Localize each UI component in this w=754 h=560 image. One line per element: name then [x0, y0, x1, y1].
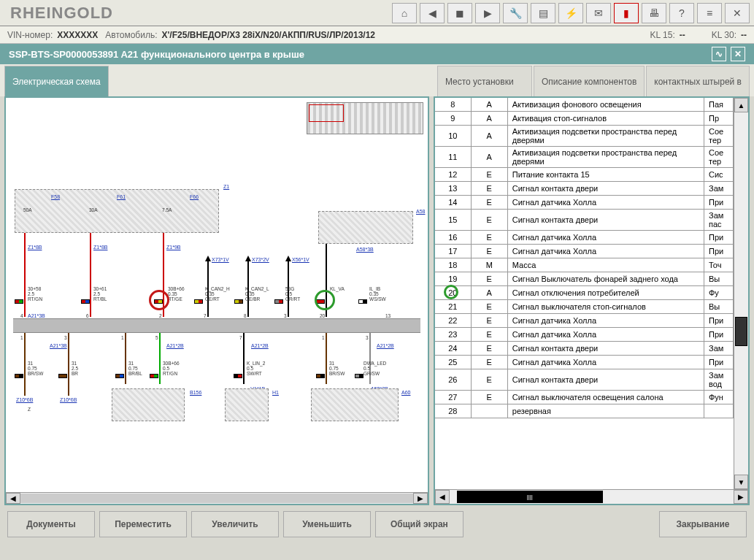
- wire-label: 30+582.5RT/GN: [28, 286, 42, 302]
- table-row[interactable]: 21EСигнал выключателя стоп-сигналовВы: [435, 300, 734, 314]
- table-row[interactable]: 18MМассаТоч: [435, 258, 734, 272]
- table-row[interactable]: 22EСигнал датчика ХоллаПри: [435, 314, 734, 328]
- table-row[interactable]: 12EПитание контакта 15Сис: [435, 168, 734, 182]
- docs-button[interactable]: Документы: [7, 511, 95, 537]
- wire-color-chip: [150, 374, 158, 378]
- pin-description: Сигнал контакта двери: [508, 342, 704, 355]
- tab-schematic[interactable]: Электрическая схема: [4, 66, 109, 96]
- conn-link[interactable]: B156: [190, 390, 201, 395]
- close-app-icon[interactable]: ✕: [725, 3, 750, 23]
- scroll-thumb[interactable]: [735, 317, 747, 346]
- table-row[interactable]: 9AАктивация стоп-сигналовПр: [435, 112, 734, 126]
- schematic-viewer[interactable]: Z1 F58 F61 F66 50A 30A 7.5A A58 A58*3B Z…: [4, 96, 429, 505]
- conn-link[interactable]: Z1*8B: [93, 245, 107, 250]
- mail-icon[interactable]: ✉: [586, 3, 611, 23]
- scroll-up-icon[interactable]: ▲: [734, 98, 748, 112]
- conn-link[interactable]: H1: [272, 390, 279, 395]
- scroll-left-icon[interactable]: ◀: [435, 490, 450, 504]
- table-row[interactable]: 11AАктивизация подсветки пространства пе…: [435, 147, 734, 168]
- hscroll-track[interactable]: ||||: [450, 490, 734, 504]
- pin-description: Сигнал Выключатель фонарей заднего хода: [508, 272, 704, 285]
- table-row[interactable]: 10AАктивизация подсветки пространства пе…: [435, 126, 734, 147]
- scroll-right-icon[interactable]: ▶: [734, 490, 748, 504]
- conn-link[interactable]: A21*3B: [28, 313, 45, 318]
- table-row[interactable]: 16EСигнал датчика ХоллаПри: [435, 231, 734, 245]
- link-a58-conn[interactable]: A58*3B: [356, 247, 374, 252]
- link-z1[interactable]: Z1: [223, 184, 229, 189]
- fuse-link[interactable]: F66: [190, 194, 199, 199]
- pin-type: [472, 404, 508, 418]
- conn-link[interactable]: A21*3B: [50, 343, 67, 348]
- conn-link[interactable]: X73*1V: [212, 257, 229, 262]
- wrench-icon[interactable]: 🔧: [503, 3, 528, 23]
- table-row[interactable]: 14EСигнал датчика ХоллаПри: [435, 196, 734, 210]
- conn-link[interactable]: X73*2V: [252, 257, 269, 262]
- diag-scroll-track[interactable]: [20, 493, 413, 504]
- table-row[interactable]: 28резервная: [435, 404, 734, 418]
- pin-table[interactable]: 8AАктивизация фонового освещенияПая9AАкт…: [435, 98, 734, 489]
- zoom-out-button[interactable]: Уменьшить: [283, 511, 371, 537]
- modules-icon[interactable]: ▤: [531, 3, 555, 23]
- plug-icon[interactable]: ⚡: [558, 3, 583, 23]
- minimap-viewport[interactable]: [309, 104, 344, 122]
- help-icon[interactable]: ?: [669, 3, 694, 23]
- conn-link[interactable]: Z1*8B: [28, 245, 42, 250]
- close-button[interactable]: Закрывание: [659, 511, 747, 537]
- minimap[interactable]: [307, 102, 423, 134]
- conn-link[interactable]: Z1*9B: [166, 245, 180, 250]
- pin-number: 15: [435, 210, 472, 230]
- wire-label: 310.75BR/SW: [329, 361, 345, 376]
- table-row[interactable]: 25EСигнал датчика ХоллаПри: [435, 356, 734, 369]
- table-row[interactable]: 23EСигнал датчика ХоллаПри: [435, 328, 734, 342]
- diag-scroll-thumb[interactable]: [20, 494, 413, 503]
- home-icon[interactable]: ⌂: [392, 3, 417, 23]
- pin-extra: Зам: [704, 342, 734, 355]
- print-icon[interactable]: 🖶: [642, 3, 666, 23]
- link-a58[interactable]: A58: [416, 209, 425, 214]
- conn-link[interactable]: X56*1V: [292, 257, 309, 262]
- settings-icon[interactable]: ≡: [697, 3, 722, 23]
- pin-description: Сигнал датчика Холла: [508, 196, 704, 209]
- wire-label: 312.5BR: [72, 361, 78, 376]
- battery-icon[interactable]: ▮: [614, 3, 639, 23]
- conn-link[interactable]: Z10*6B: [60, 397, 77, 402]
- scroll-down-icon[interactable]: ▼: [734, 475, 748, 489]
- full-screen-button[interactable]: Общий экран: [375, 511, 463, 537]
- scroll-track[interactable]: [734, 112, 748, 475]
- nav-fwd-icon[interactable]: ▶: [475, 3, 500, 23]
- conn-link[interactable]: A21*2B: [166, 343, 184, 348]
- nav-back-icon[interactable]: ◀: [420, 3, 445, 23]
- oscilloscope-icon[interactable]: ∿: [712, 47, 726, 61]
- table-row[interactable]: 15EСигнал контакта двериЗам пас: [435, 210, 734, 231]
- pin-description: Сигнал датчика Холла: [508, 356, 704, 369]
- diag-scroll-left[interactable]: ◀: [6, 493, 20, 504]
- conn-link[interactable]: A21*2B: [377, 343, 394, 348]
- zoom-in-button[interactable]: Увеличить: [191, 511, 279, 537]
- table-row[interactable]: 19EСигнал Выключатель фонарей заднего хо…: [435, 272, 734, 286]
- table-row[interactable]: 24EСигнал контакта двериЗам: [435, 342, 734, 356]
- table-row[interactable]: 17EСигнал датчика ХоллаПри: [435, 245, 734, 258]
- conn-link[interactable]: Z10*6B: [16, 397, 33, 402]
- close-page-icon[interactable]: ✕: [731, 47, 745, 61]
- hscroll-thumb[interactable]: ||||: [457, 491, 603, 503]
- pin-extra: При: [704, 314, 734, 327]
- table-row[interactable]: 8AАктивизация фонового освещенияПая: [435, 98, 734, 112]
- fuse-link[interactable]: F61: [117, 194, 126, 199]
- fuse-link[interactable]: F58: [51, 194, 60, 199]
- tab-location[interactable]: Место установки: [437, 66, 532, 96]
- conn-link[interactable]: A60: [401, 390, 410, 395]
- table-row[interactable]: 20AСигнал отключения потребителейФу: [435, 286, 734, 300]
- tab-pins[interactable]: контактных штырей в: [646, 66, 750, 96]
- move-button[interactable]: Переместить: [99, 511, 187, 537]
- pin-description: Сигнал контакта двери: [508, 210, 704, 230]
- table-row[interactable]: 26EСигнал контакта двериЗам вод: [435, 369, 734, 391]
- vscrollbar[interactable]: ▲ ▼: [734, 98, 748, 489]
- table-row[interactable]: 27EСигнал выключателя освещения салонаФу…: [435, 391, 734, 404]
- diag-scroll-right[interactable]: ▶: [413, 493, 428, 504]
- nav-stop-icon[interactable]: ◼: [447, 3, 472, 23]
- tab-components[interactable]: Описание компонентов: [534, 66, 645, 96]
- hscrollbar[interactable]: ◀ |||| ▶: [435, 489, 748, 504]
- wire-label: K_CAN2_L0.35GE/BR: [245, 286, 269, 302]
- table-row[interactable]: 13EСигнал контакта двериЗам: [435, 182, 734, 196]
- conn-link[interactable]: A21*2B: [251, 343, 269, 348]
